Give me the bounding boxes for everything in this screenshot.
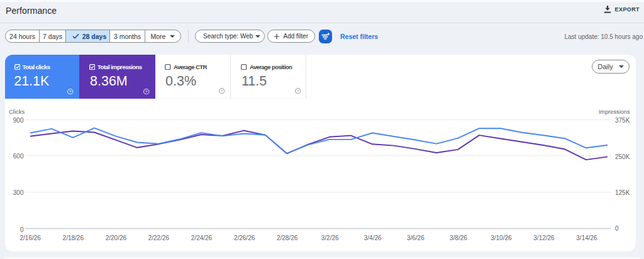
svg-text:3/14/26: 3/14/26 (576, 234, 597, 241)
svg-text:0: 0 (615, 225, 619, 232)
svg-text:2/22/26: 2/22/26 (148, 234, 170, 241)
svg-text:2/16/26: 2/16/26 (20, 234, 42, 241)
svg-text:300: 300 (13, 189, 24, 196)
svg-text:3/2/26: 3/2/26 (321, 234, 339, 241)
svg-text:600: 600 (13, 153, 24, 160)
svg-text:2/24/26: 2/24/26 (191, 234, 213, 241)
svg-text:3/4/26: 3/4/26 (364, 234, 382, 241)
svg-text:Clicks: Clicks (9, 108, 25, 115)
svg-text:900: 900 (13, 117, 24, 124)
svg-text:3/6/26: 3/6/26 (407, 234, 425, 241)
svg-text:3/12/26: 3/12/26 (533, 234, 555, 241)
svg-text:3/8/26: 3/8/26 (450, 234, 467, 241)
svg-text:Impressions: Impressions (599, 109, 630, 115)
svg-text:0: 0 (20, 226, 24, 233)
svg-text:125K: 125K (615, 189, 630, 196)
svg-text:2/28/26: 2/28/26 (277, 234, 298, 241)
svg-text:2/20/26: 2/20/26 (106, 234, 127, 241)
svg-text:250K: 250K (615, 153, 630, 160)
svg-text:2/18/26: 2/18/26 (63, 234, 84, 241)
svg-text:2/26/26: 2/26/26 (234, 234, 255, 241)
svg-text:3/10/26: 3/10/26 (491, 234, 512, 241)
svg-text:375K: 375K (615, 117, 630, 124)
